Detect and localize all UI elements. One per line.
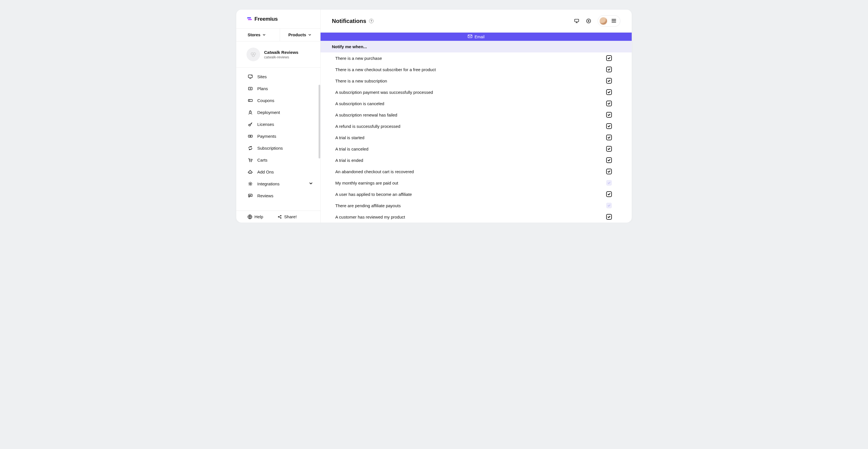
svg-rect-7 (248, 99, 252, 101)
notification-checkbox[interactable] (606, 169, 612, 174)
notification-row: A refund is successfully processed (320, 121, 632, 132)
puzzle-icon (248, 169, 253, 174)
sidebar-item-label: Licenses (257, 122, 274, 127)
sidebar-item-subscriptions[interactable]: Subscriptions (236, 142, 320, 154)
sidebar-item-deployment[interactable]: Deployment (236, 106, 320, 118)
chevron-down-icon (263, 33, 266, 36)
sidebar-item-payments[interactable]: Payments (236, 130, 320, 142)
notification-label: There are pending affiliate payouts (335, 203, 401, 208)
sidebar-item-coupons[interactable]: Coupons (236, 94, 320, 106)
notification-checkbox[interactable] (606, 157, 612, 163)
brand-name: Freemius (254, 16, 278, 22)
mail-icon (468, 34, 472, 39)
sidebar-item-licenses[interactable]: Licenses (236, 118, 320, 130)
store-slug: catwalk-reviews (264, 55, 299, 59)
key-icon (248, 122, 253, 127)
notification-checkbox[interactable] (606, 89, 612, 95)
svg-rect-22 (468, 35, 472, 38)
notification-label: A subscription is canceled (335, 101, 384, 106)
gear-icon (248, 181, 253, 186)
notification-row: An abandoned checkout cart is recovered (320, 166, 632, 177)
notification-label: There is a new checkout subscriber for a… (335, 67, 436, 72)
help-link[interactable]: Help (248, 214, 263, 219)
sidebar-item-label: Subscriptions (257, 146, 283, 151)
notification-label: There is a new purchase (335, 56, 382, 61)
store-name: Catwalk Reviews (264, 50, 299, 55)
sidebar-item-label: Reviews (257, 193, 274, 198)
notification-label: An abandoned checkout cart is recovered (335, 169, 414, 174)
add-icon[interactable] (586, 18, 591, 24)
cash-icon (248, 133, 253, 139)
cart-icon (248, 157, 253, 162)
presentation-icon[interactable] (574, 18, 580, 24)
notification-checkbox[interactable] (606, 214, 612, 220)
page-title: Notifications (332, 18, 366, 24)
brand-logo[interactable]: Freemius (236, 10, 320, 29)
notification-row: A subscription payment was successfully … (320, 87, 632, 98)
notification-checkbox[interactable] (606, 101, 612, 106)
pricing-icon: $ (248, 86, 253, 91)
notification-checkbox[interactable] (606, 55, 612, 61)
chevron-down-icon (308, 33, 311, 36)
user-menu[interactable] (598, 15, 620, 27)
svg-point-12 (249, 161, 250, 162)
sidebar-selectors: Stores Products (236, 29, 320, 41)
sidebar-item-integrations[interactable]: Integrations (236, 178, 320, 190)
notification-checkbox[interactable] (606, 123, 612, 129)
current-store[interactable]: Catwalk Reviews catwalk-reviews (236, 41, 320, 68)
topbar-right (574, 15, 620, 27)
notification-row: There is a new checkout subscriber for a… (320, 64, 632, 75)
chevron-down-icon (309, 182, 313, 186)
sidebar-item-sites[interactable]: Sites (236, 71, 320, 83)
notification-checkbox[interactable] (606, 112, 612, 118)
hamburger-icon (612, 19, 616, 24)
notification-label: There is a new subscription (335, 78, 387, 83)
globe-icon (248, 215, 252, 219)
share-icon (277, 215, 282, 219)
page-title-wrap: Notifications ? (332, 18, 374, 24)
notification-checkbox[interactable] (606, 191, 612, 197)
products-selector[interactable]: Products (280, 29, 320, 41)
help-icon[interactable]: ? (369, 19, 374, 23)
sidebar-item-reviews[interactable]: Reviews (236, 190, 320, 201)
notification-checkbox[interactable] (606, 146, 612, 152)
notification-label: A trial is started (335, 135, 365, 140)
notification-row: A subscription renewal has failed (320, 109, 632, 121)
sidebar-item-label: Integrations (257, 182, 279, 186)
svg-rect-10 (248, 135, 252, 137)
sidebar-item-label: Plans (257, 86, 268, 91)
notification-row: A trial is started (320, 132, 632, 143)
sidebar-item-label: Payments (257, 134, 276, 139)
scrollbar[interactable] (318, 85, 320, 158)
notification-row: A customer has reviewed my product (320, 211, 632, 223)
notification-checkbox[interactable] (606, 67, 612, 72)
help-label: Help (254, 214, 263, 219)
sidebar-item-add-ons[interactable]: Add Ons (236, 166, 320, 178)
notification-checkbox[interactable] (606, 135, 612, 140)
notification-checkbox[interactable] (606, 78, 612, 84)
sidebar-item-carts[interactable]: Carts (236, 154, 320, 166)
notification-row: A trial is ended (320, 155, 632, 166)
svg-point-11 (250, 135, 251, 137)
notification-checkbox (606, 180, 612, 186)
avatar (599, 17, 608, 25)
svg-text:$: $ (250, 87, 251, 90)
notification-row: There is a new purchase (320, 53, 632, 64)
store-texts: Catwalk Reviews catwalk-reviews (264, 50, 299, 59)
sidebar: Freemius Stores Products Catwalk Revie (236, 10, 320, 223)
ticket-icon (248, 98, 253, 103)
share-link[interactable]: Share! (277, 214, 297, 219)
sidebar-item-plans[interactable]: $Plans (236, 83, 320, 94)
notification-label: A refund is successfully processed (335, 124, 400, 129)
sidebar-item-label: Carts (257, 158, 268, 162)
sidebar-item-label: Coupons (257, 98, 274, 103)
topbar: Notifications ? (320, 10, 632, 33)
stores-selector[interactable]: Stores (236, 29, 280, 41)
tab-email[interactable]: Email (320, 33, 632, 41)
notification-row: A subscription is canceled (320, 98, 632, 109)
notification-label: A customer has reviewed my product (335, 215, 405, 219)
notification-list: There is a new purchaseThere is a new ch… (320, 53, 632, 223)
notification-label: A user has applied to become an affiliat… (335, 192, 412, 197)
svg-point-8 (250, 111, 250, 112)
notification-label: A trial is ended (335, 158, 363, 163)
